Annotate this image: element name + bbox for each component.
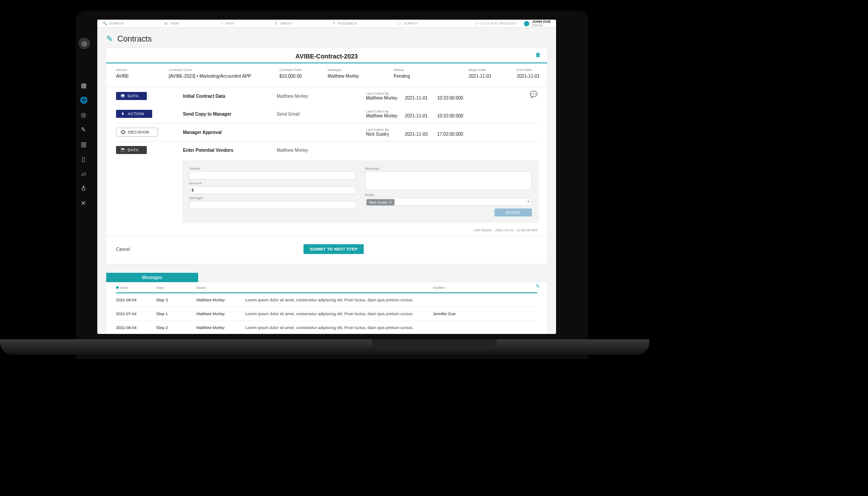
screen: 🔍SEARCH ▤TASK ＋NEW ＄INBOX ✎FEEDBACK ▢SUR… bbox=[97, 20, 556, 334]
message-row[interactable]: 2021-06-04 Step 2 Matthew Morley Lorem i… bbox=[116, 321, 537, 334]
rail-cards-icon[interactable]: ▱ bbox=[79, 169, 88, 179]
manager-label: Manager bbox=[189, 196, 356, 200]
message-label: Message bbox=[365, 167, 532, 171]
notify-label: Notify bbox=[365, 193, 532, 197]
results-count: (↔) 1-10 of 47 RESUSTS bbox=[475, 21, 516, 25]
app-logo-icon[interactable]: ◎ bbox=[79, 38, 90, 49]
notify-tag-remove[interactable]: × bbox=[389, 200, 391, 204]
col-name[interactable]: Name bbox=[196, 286, 245, 290]
col-date[interactable]: Date bbox=[116, 286, 156, 290]
decision-badge: DECISION bbox=[116, 128, 158, 137]
top-nav: 🔍SEARCH ▤TASK ＋NEW ＄INBOX ✎FEEDBACK ▢SUR… bbox=[97, 20, 556, 28]
col-step[interactable]: Step bbox=[156, 286, 196, 290]
summary-end: 2021-11-01 bbox=[517, 74, 556, 79]
messages-header: Date Step Name Notified bbox=[116, 282, 537, 293]
nav-feedback[interactable]: ✎FEEDBACK bbox=[332, 21, 357, 26]
data-badge: DATA bbox=[116, 92, 147, 100]
contract-card: AVIBE-Contract-2023 🗑 VendorAVIBE Contra… bbox=[106, 48, 547, 264]
message-row[interactable]: 2021-07-04 Step 1 Matthew Morley Lorem i… bbox=[116, 307, 537, 321]
rail-target-icon[interactable]: ◎ bbox=[79, 110, 88, 120]
rail-doc-icon[interactable]: ▯ bbox=[79, 154, 88, 164]
submit-button[interactable]: SUBMIT TO NEXT STEP bbox=[303, 244, 364, 254]
summary-begin: 2021-11-01 bbox=[469, 74, 509, 79]
summary-status: Pending bbox=[394, 74, 461, 79]
avatar-icon[interactable] bbox=[524, 21, 529, 26]
summary-total: $10,000.00 bbox=[279, 74, 320, 79]
notify-tag: Nick Guidry × bbox=[366, 199, 395, 205]
vendor-form: Vendor Amount Manager Message Notify bbox=[182, 160, 539, 223]
amount-input[interactable] bbox=[189, 186, 356, 194]
step-row-enter-vendors[interactable]: DATA Enter Potential Vendors Matthew Mor… bbox=[116, 142, 537, 158]
comments-icon[interactable]: 💬 bbox=[530, 91, 537, 98]
contracts-icon: ✎ bbox=[106, 34, 113, 44]
chevron-down-icon[interactable]: ▾ bbox=[527, 200, 529, 204]
action-badge: ACTION bbox=[116, 110, 152, 118]
contract-summary: VendorAVIBE Contract Code[AVIBE-2023] • … bbox=[106, 63, 547, 87]
laptop-notch bbox=[372, 339, 497, 347]
rail-chart-icon[interactable]: ▥ bbox=[79, 139, 88, 149]
rail-dashboard-icon[interactable]: ▦ bbox=[79, 80, 88, 90]
step-row-initial-data[interactable]: DATA Initial Contract Data Matthew Morle… bbox=[116, 87, 537, 105]
amount-label: Amount bbox=[189, 181, 356, 185]
cancel-link[interactable]: Cancel bbox=[116, 247, 130, 252]
data-badge-dark: DATA bbox=[116, 146, 147, 154]
summary-code: [AVIBE-2023] • Marketing/Accountint APP bbox=[169, 74, 271, 79]
summary-vendor: AVIBE bbox=[116, 74, 161, 79]
side-rail: ◎ ▦ 🌐 ◎ ✎ ▥ ▯ ▱ ♁ ✕ bbox=[79, 38, 92, 213]
messages-tab[interactable]: Messages bbox=[106, 273, 198, 282]
nav-task[interactable]: ▤TASK bbox=[164, 21, 179, 26]
message-textarea[interactable] bbox=[365, 171, 532, 190]
step-row-send-copy[interactable]: ACTION Send Copy to Manager Send Email L… bbox=[116, 105, 537, 123]
rail-globe-icon[interactable]: 🌐 bbox=[79, 95, 88, 105]
svg-point-1 bbox=[121, 148, 125, 150]
message-row[interactable]: 2021-08-04 Step 3 Matthew Morley Lorem i… bbox=[116, 293, 537, 307]
saved-button[interactable]: SAVED bbox=[494, 208, 532, 217]
messages-tab-row: Messages bbox=[106, 273, 547, 282]
edit-messages-icon[interactable]: ✎ bbox=[536, 283, 540, 289]
user-menu[interactable]: JOHN DOEDirector bbox=[532, 20, 551, 27]
manager-input[interactable] bbox=[189, 201, 356, 209]
vendor-label: Vendor bbox=[189, 167, 356, 171]
nav-survey[interactable]: ▢SURVEY bbox=[397, 21, 418, 26]
rail-org-icon[interactable]: ♁ bbox=[79, 183, 88, 193]
last-saved: Last Saved: 2021-11-01 10:32:00:000 bbox=[106, 226, 547, 232]
nav-inbox[interactable]: ＄INBOX bbox=[274, 21, 291, 26]
laptop-base bbox=[0, 339, 649, 355]
contract-title: AVIBE-Contract-2023 🗑 bbox=[106, 48, 547, 63]
delete-contract-button[interactable]: 🗑 bbox=[536, 52, 541, 58]
rail-brush-icon[interactable]: ✎ bbox=[79, 125, 88, 134]
vendor-input[interactable] bbox=[189, 171, 356, 179]
nav-search[interactable]: 🔍SEARCH bbox=[103, 21, 124, 26]
col-notified[interactable]: Notified bbox=[433, 286, 495, 290]
page-title: Contracts bbox=[117, 34, 152, 44]
rail-tools-icon[interactable]: ✕ bbox=[79, 198, 88, 208]
step-row-manager-approval[interactable]: DECISION Manager Approval Last Edited By… bbox=[116, 123, 537, 142]
nav-new[interactable]: ＋NEW bbox=[220, 21, 234, 26]
summary-manager: Matthew Morley bbox=[328, 74, 386, 79]
page-header: ✎ Contracts bbox=[106, 34, 547, 44]
messages-card: ✎ Date Step Name Notified 2021-08-04 Ste… bbox=[106, 282, 547, 334]
